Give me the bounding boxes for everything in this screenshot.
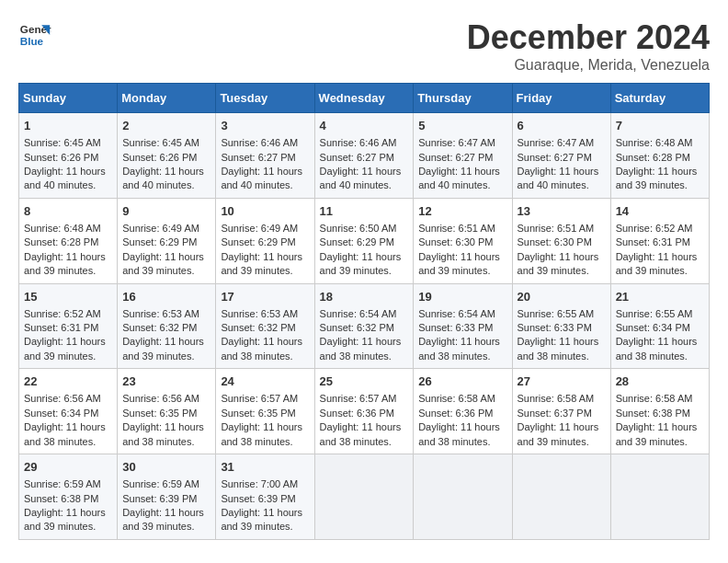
calendar-cell: 15 Sunrise: 6:52 AM Sunset: 6:31 PM Dayl…	[19, 283, 118, 369]
daylight-text: Daylight: 11 hours and 38 minutes.	[221, 421, 302, 446]
day-number: 24	[221, 373, 309, 390]
daylight-text: Daylight: 11 hours and 38 minutes.	[616, 336, 698, 361]
weekday-header: Sunday	[19, 84, 118, 113]
weekday-header: Wednesday	[314, 84, 414, 113]
day-number: 11	[320, 203, 409, 220]
day-number: 2	[122, 118, 210, 134]
daylight-text: Daylight: 11 hours and 39 minutes.	[616, 421, 698, 446]
calendar-cell	[414, 454, 512, 540]
calendar-cell: 29 Sunrise: 6:59 AM Sunset: 6:38 PM Dayl…	[19, 454, 118, 540]
calendar-cell: 8 Sunrise: 6:48 AM Sunset: 6:28 PM Dayli…	[19, 198, 118, 283]
daylight-text: Daylight: 11 hours and 39 minutes.	[518, 421, 599, 446]
calendar-cell: 3 Sunrise: 6:46 AM Sunset: 6:27 PM Dayli…	[216, 113, 314, 199]
daylight-text: Daylight: 11 hours and 39 minutes.	[518, 251, 599, 276]
sunrise-text: Sunrise: 6:51 AM	[418, 223, 495, 234]
sunrise-text: Sunrise: 6:45 AM	[24, 137, 101, 148]
sunset-text: Sunset: 6:38 PM	[616, 408, 690, 419]
sunrise-text: Sunrise: 6:56 AM	[122, 393, 199, 404]
calendar-week-row: 29 Sunrise: 6:59 AM Sunset: 6:38 PM Dayl…	[19, 454, 710, 540]
calendar-week-row: 22 Sunrise: 6:56 AM Sunset: 6:34 PM Dayl…	[19, 369, 710, 454]
sunrise-text: Sunrise: 6:47 AM	[518, 137, 595, 148]
day-number: 10	[221, 203, 309, 220]
weekday-header: Thursday	[414, 84, 512, 113]
sunrise-text: Sunrise: 6:45 AM	[122, 137, 199, 148]
sunrise-text: Sunrise: 6:57 AM	[221, 393, 298, 404]
sunrise-text: Sunrise: 6:54 AM	[320, 308, 397, 319]
calendar-cell: 20 Sunrise: 6:55 AM Sunset: 6:33 PM Dayl…	[512, 283, 610, 369]
calendar-cell: 7 Sunrise: 6:48 AM Sunset: 6:28 PM Dayli…	[610, 113, 709, 199]
sunset-text: Sunset: 6:30 PM	[418, 236, 493, 247]
day-number: 1	[24, 118, 112, 134]
day-number: 12	[418, 203, 506, 220]
day-number: 15	[24, 289, 112, 305]
calendar-week-row: 8 Sunrise: 6:48 AM Sunset: 6:28 PM Dayli…	[19, 198, 710, 283]
sunset-text: Sunset: 6:26 PM	[122, 152, 197, 163]
page-header: General Blue December 2024 Guaraque, Mer…	[18, 18, 710, 74]
sunset-text: Sunset: 6:27 PM	[221, 152, 295, 163]
day-number: 22	[24, 373, 112, 390]
sunrise-text: Sunrise: 6:59 AM	[122, 478, 199, 489]
sunrise-text: Sunrise: 6:47 AM	[418, 137, 495, 148]
weekday-header: Saturday	[610, 84, 709, 113]
sunrise-text: Sunrise: 6:49 AM	[122, 223, 199, 234]
weekday-header: Friday	[512, 84, 610, 113]
sunset-text: Sunset: 6:36 PM	[418, 408, 493, 419]
svg-text:Blue: Blue	[20, 35, 44, 47]
sunset-text: Sunset: 6:26 PM	[24, 152, 98, 163]
day-number: 3	[221, 118, 309, 134]
daylight-text: Daylight: 11 hours and 39 minutes.	[24, 336, 106, 361]
title-area: December 2024 Guaraque, Merida, Venezuel…	[467, 18, 710, 74]
sunrise-text: Sunrise: 7:00 AM	[221, 478, 298, 489]
daylight-text: Daylight: 11 hours and 39 minutes.	[122, 336, 204, 361]
sunrise-text: Sunrise: 6:54 AM	[418, 308, 495, 319]
daylight-text: Daylight: 11 hours and 38 minutes.	[122, 421, 204, 446]
sunset-text: Sunset: 6:34 PM	[616, 322, 690, 333]
calendar-cell: 17 Sunrise: 6:53 AM Sunset: 6:32 PM Dayl…	[216, 283, 314, 369]
day-number: 18	[320, 289, 409, 305]
calendar-cell: 25 Sunrise: 6:57 AM Sunset: 6:36 PM Dayl…	[314, 369, 414, 454]
calendar-cell: 13 Sunrise: 6:51 AM Sunset: 6:30 PM Dayl…	[512, 198, 610, 283]
daylight-text: Daylight: 11 hours and 39 minutes.	[616, 251, 698, 276]
sunset-text: Sunset: 6:29 PM	[221, 236, 295, 247]
calendar-cell	[314, 454, 414, 540]
sunset-text: Sunset: 6:29 PM	[122, 236, 197, 247]
calendar-cell: 31 Sunrise: 7:00 AM Sunset: 6:39 PM Dayl…	[216, 454, 314, 540]
calendar-cell: 16 Sunrise: 6:53 AM Sunset: 6:32 PM Dayl…	[118, 283, 216, 369]
day-number: 25	[320, 373, 409, 390]
calendar-cell: 27 Sunrise: 6:58 AM Sunset: 6:37 PM Dayl…	[512, 369, 610, 454]
sunset-text: Sunset: 6:31 PM	[24, 322, 98, 333]
sunset-text: Sunset: 6:35 PM	[221, 408, 295, 419]
calendar-cell: 26 Sunrise: 6:58 AM Sunset: 6:36 PM Dayl…	[414, 369, 512, 454]
sunrise-text: Sunrise: 6:48 AM	[616, 137, 693, 148]
sunset-text: Sunset: 6:35 PM	[122, 408, 197, 419]
sunset-text: Sunset: 6:33 PM	[518, 322, 592, 333]
daylight-text: Daylight: 11 hours and 38 minutes.	[24, 421, 106, 446]
daylight-text: Daylight: 11 hours and 38 minutes.	[221, 336, 302, 361]
day-number: 9	[122, 203, 210, 220]
calendar-cell: 6 Sunrise: 6:47 AM Sunset: 6:27 PM Dayli…	[512, 113, 610, 199]
calendar-cell: 11 Sunrise: 6:50 AM Sunset: 6:29 PM Dayl…	[314, 198, 414, 283]
sunset-text: Sunset: 6:32 PM	[122, 322, 197, 333]
calendar-cell	[610, 454, 709, 540]
day-number: 16	[122, 289, 210, 305]
daylight-text: Daylight: 11 hours and 38 minutes.	[320, 421, 402, 446]
day-number: 8	[24, 203, 112, 220]
day-number: 27	[518, 373, 606, 390]
sunset-text: Sunset: 6:36 PM	[320, 408, 394, 419]
calendar-cell	[512, 454, 610, 540]
sunset-text: Sunset: 6:27 PM	[518, 152, 592, 163]
daylight-text: Daylight: 11 hours and 40 minutes.	[122, 166, 204, 190]
daylight-text: Daylight: 11 hours and 39 minutes.	[24, 251, 106, 276]
daylight-text: Daylight: 11 hours and 38 minutes.	[518, 336, 599, 361]
day-number: 21	[616, 289, 704, 305]
calendar-cell: 5 Sunrise: 6:47 AM Sunset: 6:27 PM Dayli…	[414, 113, 512, 199]
sunset-text: Sunset: 6:27 PM	[320, 152, 394, 163]
day-number: 26	[418, 373, 506, 390]
sunrise-text: Sunrise: 6:59 AM	[24, 478, 101, 489]
sunset-text: Sunset: 6:34 PM	[24, 408, 98, 419]
location-title: Guaraque, Merida, Venezuela	[467, 57, 710, 74]
sunrise-text: Sunrise: 6:46 AM	[221, 137, 298, 148]
calendar-cell: 19 Sunrise: 6:54 AM Sunset: 6:33 PM Dayl…	[414, 283, 512, 369]
calendar-cell: 18 Sunrise: 6:54 AM Sunset: 6:32 PM Dayl…	[314, 283, 414, 369]
daylight-text: Daylight: 11 hours and 40 minutes.	[24, 166, 106, 190]
